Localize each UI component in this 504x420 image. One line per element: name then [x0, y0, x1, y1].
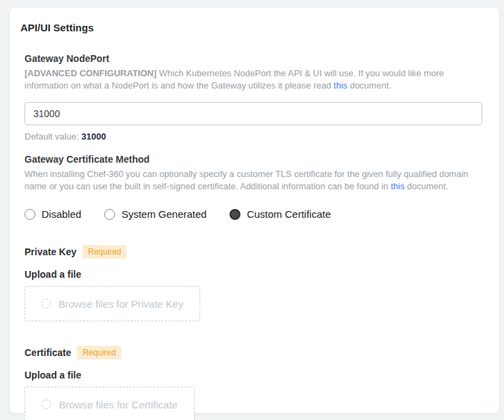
- upload-a-file-label: Upload a file: [25, 269, 482, 280]
- radio-button-icon[interactable]: [230, 209, 240, 220]
- upload-placeholder-icon: [42, 400, 51, 409]
- radio-button-icon[interactable]: [104, 209, 115, 220]
- certificate-label-row: Certificate Required: [25, 346, 482, 359]
- gateway-nodeport-section: Gateway NodePort [ADVANCED CONFIGURATION…: [25, 53, 482, 142]
- advanced-configuration-tag: [ADVANCED CONFIGURATION]: [25, 68, 157, 78]
- private-key-section: Private Key Required Upload a file Brows…: [25, 245, 482, 321]
- gateway-nodeport-input[interactable]: [25, 102, 482, 125]
- description-text: document.: [347, 80, 391, 91]
- required-badge: Required: [82, 245, 127, 259]
- private-key-label: Private Key: [25, 246, 76, 257]
- default-value: 31000: [82, 131, 106, 142]
- api-ui-settings-card: API/UI Settings Gateway NodePort [ADVANC…: [10, 7, 499, 413]
- page-title: API/UI Settings: [20, 22, 488, 34]
- radio-option-custom-certificate[interactable]: Custom Certificate: [230, 208, 330, 221]
- certificate-method-description: When installing Chef-360 you can optiona…: [25, 168, 482, 192]
- radio-button-icon[interactable]: [25, 209, 35, 220]
- radio-option-label: System Generated: [121, 208, 206, 221]
- description-text: document.: [405, 181, 448, 191]
- private-key-label-row: Private Key Required: [25, 245, 482, 259]
- required-badge: Required: [77, 346, 121, 359]
- certificate-method-radio-group: Disabled System Generated Custom Certifi…: [25, 208, 482, 221]
- radio-option-disabled[interactable]: Disabled: [25, 208, 81, 221]
- certificate-section: Certificate Required Upload a file Brows…: [25, 346, 482, 420]
- upload-a-file-label: Upload a file: [25, 370, 482, 381]
- gateway-nodeport-label: Gateway NodePort: [25, 53, 482, 65]
- certificate-method-label: Gateway Certificate Method: [25, 154, 482, 165]
- browse-button-label: Browse files for Private Key: [59, 298, 183, 310]
- gateway-nodeport-description: [ADVANCED CONFIGURATION] Which Kubernete…: [25, 67, 482, 91]
- browse-button-label: Browse files for Certificate: [59, 399, 177, 410]
- certificate-doc-link[interactable]: this: [391, 181, 405, 191]
- certificate-method-section: Gateway Certificate Method When installi…: [25, 154, 482, 221]
- default-value-label: Default value:: [25, 131, 79, 142]
- browse-private-key-button[interactable]: Browse files for Private Key: [25, 286, 200, 321]
- upload-placeholder-icon: [42, 299, 51, 308]
- radio-option-label: Disabled: [42, 208, 81, 221]
- certificate-label: Certificate: [25, 347, 71, 358]
- radio-option-system-generated[interactable]: System Generated: [104, 208, 206, 221]
- radio-option-label: Custom Certificate: [247, 208, 330, 221]
- default-value-row: Default value:31000: [25, 131, 482, 142]
- nodeport-doc-link[interactable]: this: [334, 80, 347, 91]
- browse-certificate-button[interactable]: Browse files for Certificate: [25, 387, 195, 420]
